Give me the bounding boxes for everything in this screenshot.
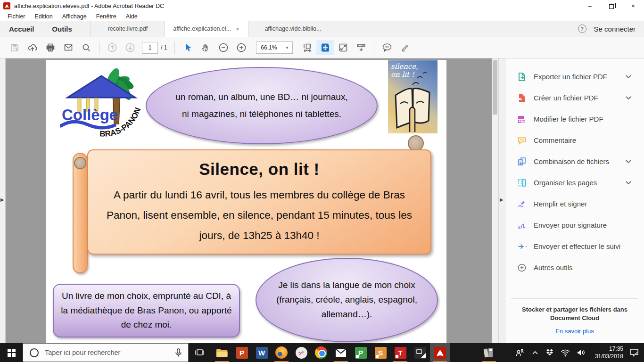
dropbox-icon[interactable] <box>545 348 554 357</box>
zoom-level-select[interactable]: 66,1% ▾ <box>256 41 293 54</box>
page-number-input[interactable]: 1 <box>142 42 158 54</box>
menu-edition[interactable]: Edition <box>30 13 58 20</box>
app-p-green[interactable]: P <box>351 343 371 362</box>
scrollbar-thumb[interactable] <box>493 60 497 115</box>
cloud-upload-icon <box>27 42 38 53</box>
learn-more-link[interactable]: En savoir plus <box>505 328 644 335</box>
doc-tab-recolte[interactable]: recolte.livre.pdf <box>91 21 165 37</box>
app-t-red[interactable]: T <box>390 343 410 362</box>
search-button[interactable] <box>77 40 95 55</box>
tab-close-icon[interactable]: × <box>235 25 240 33</box>
clock-time: 17:35 <box>592 345 623 353</box>
menu-affichage[interactable]: Affichage <box>58 13 91 20</box>
doc-tab-affichage[interactable]: affichage.vide.biblio... <box>248 21 337 37</box>
comment-button[interactable] <box>378 40 396 55</box>
email-button[interactable] <box>59 40 77 55</box>
menu-fichier[interactable]: Fichier <box>3 13 30 20</box>
comment-icon <box>517 136 527 145</box>
clock-date: 31/03/2018 <box>592 353 623 360</box>
app-acrobat-active[interactable] <box>430 343 450 362</box>
volume-icon[interactable] <box>576 348 586 357</box>
menu-aide[interactable]: Aide <box>121 13 142 20</box>
scroll-curl-left <box>74 157 86 169</box>
page-count-label: / 1 <box>161 44 167 51</box>
nav-pane-toggle[interactable]: ▶ <box>0 58 6 343</box>
app-word[interactable]: W <box>252 343 272 362</box>
people-icon[interactable] <box>515 348 525 357</box>
microphone-icon[interactable] <box>173 347 183 358</box>
print-button[interactable] <box>41 40 59 55</box>
app-mail[interactable] <box>331 343 351 362</box>
task-view-button[interactable] <box>189 343 210 362</box>
chevron-down-icon[interactable] <box>625 159 632 164</box>
panel-item-comment[interactable]: Commentaire <box>505 130 644 151</box>
chevron-down-icon[interactable] <box>625 181 632 185</box>
mail-icon <box>335 348 347 357</box>
chevron-up-icon[interactable] <box>531 349 539 356</box>
books-icon <box>483 347 495 358</box>
save-button[interactable] <box>6 40 24 55</box>
app-chrome[interactable] <box>311 343 331 362</box>
zoom-in-button[interactable] <box>232 40 250 55</box>
windows-logo-icon <box>8 349 16 357</box>
silence-on-lit-image: silence, on lit ! <box>388 60 438 133</box>
speech-bubble-materials: un roman, un album, une BD… ni journaux,… <box>146 67 378 144</box>
fullscreen-button[interactable] <box>334 40 352 55</box>
zoom-level-value: 66,1% <box>261 44 277 51</box>
fit-width-button[interactable] <box>298 40 316 55</box>
scissors-icon: ✂ <box>294 345 309 360</box>
zoom-out-button[interactable] <box>215 40 232 55</box>
previous-page-button[interactable] <box>103 40 121 55</box>
wifi-icon[interactable] <box>560 348 570 357</box>
start-button[interactable] <box>0 343 23 362</box>
print-icon <box>45 42 56 53</box>
scroll-banner: Silence, on lit ! A partir du lundi 16 a… <box>87 149 431 255</box>
hand-tool-button[interactable] <box>197 40 215 55</box>
help-icon[interactable]: ? <box>578 25 586 33</box>
select-tool-button[interactable] <box>179 40 197 55</box>
restore-button[interactable] <box>601 0 622 12</box>
page-up-icon <box>107 42 118 53</box>
folder-icon <box>216 347 228 358</box>
panel-item-edit-pdf[interactable]: Modifier le fichier PDF <box>505 108 644 130</box>
panel-item-combine-files[interactable]: Combinaison de fichiers <box>505 151 644 172</box>
close-button[interactable]: × <box>622 0 644 12</box>
taskbar-search-input[interactable]: Taper ici pour rechercher <box>23 343 189 362</box>
upload-cloud-button[interactable] <box>24 40 41 55</box>
panel-item-send-track[interactable]: Envoyer et effectuer le suivi <box>505 236 644 257</box>
presentation-mode-button[interactable] <box>352 40 370 55</box>
panel-divider <box>511 298 638 299</box>
menu-fenetre[interactable]: Fenêtre <box>91 13 121 20</box>
panel-item-create-pdf[interactable]: Créer un fichier PDF <box>505 87 644 108</box>
panel-item-export-pdf[interactable]: Exporter un fichier PDF <box>505 66 644 87</box>
doc-tab-affiche-active[interactable]: affiche.explication.el... × <box>165 21 248 37</box>
app-books[interactable] <box>479 343 499 362</box>
app-s-orange[interactable]: S <box>371 343 390 362</box>
panel-item-other-tools[interactable]: Autres outils <box>505 257 644 278</box>
app-file-explorer[interactable] <box>212 343 232 362</box>
speech-bubble-languages: Je lis dans la langue de mon choix (fran… <box>256 258 438 342</box>
vertical-scrollbar[interactable] <box>492 58 498 343</box>
taskbar-clock[interactable]: 17:35 31/03/2018 <box>592 345 623 360</box>
panel-item-fill-sign[interactable]: Remplir et signer <box>505 193 644 214</box>
tools-pane-toggle[interactable]: ▶ <box>498 58 505 343</box>
app-video[interactable] <box>410 343 430 362</box>
send-track-icon <box>517 242 527 251</box>
chevron-down-icon[interactable] <box>625 96 632 100</box>
combine-files-icon <box>517 157 527 166</box>
app-snipping-tool[interactable]: ✂ <box>291 343 311 362</box>
app-firefox[interactable] <box>272 343 291 362</box>
app-powerpoint[interactable]: P <box>232 343 252 362</box>
panel-item-organize-pages[interactable]: Organiser les pages <box>505 172 644 193</box>
sign-in-button[interactable]: Se connecter <box>594 25 636 33</box>
panel-item-send-signature[interactable]: Envoyer pour signature <box>505 214 644 236</box>
poster-title: Silence, on lit ! <box>88 160 430 179</box>
minimize-button[interactable]: – <box>579 0 601 12</box>
fit-page-button[interactable] <box>316 40 334 55</box>
next-page-button[interactable] <box>121 40 139 55</box>
action-center-icon[interactable] <box>629 348 639 357</box>
highlighter-button[interactable] <box>396 40 414 55</box>
tab-outils[interactable]: Outils <box>43 21 81 37</box>
chevron-down-icon[interactable] <box>625 74 632 79</box>
tab-accueil[interactable]: Accueil <box>0 21 43 37</box>
